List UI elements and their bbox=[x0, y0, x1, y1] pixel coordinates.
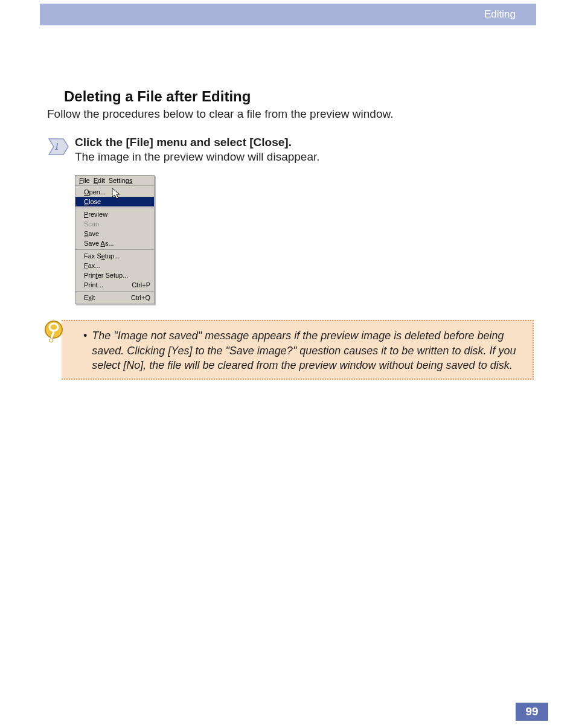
svg-text:1: 1 bbox=[54, 141, 59, 152]
shortcut-exit: Ctrl+Q bbox=[131, 293, 150, 302]
page-number: 99 bbox=[516, 703, 548, 721]
menu-item-fax-setup[interactable]: Fax Setup... bbox=[75, 251, 154, 261]
file-menu-screenshot: File Edit Settings Open... Close bbox=[75, 164, 155, 304]
menu-item-fax[interactable]: Fax... bbox=[75, 261, 154, 270]
menubar-file[interactable]: File bbox=[79, 177, 90, 184]
menu-item-close[interactable]: Close bbox=[75, 197, 154, 206]
tip-note: • The "Image not saved" message appears … bbox=[42, 320, 534, 380]
step-1: 1 Click the [File] menu and select [Clos… bbox=[42, 135, 534, 304]
menu-item-open[interactable]: Open... bbox=[75, 187, 154, 197]
menu-item-scan: Scan bbox=[75, 219, 154, 229]
menubar-edit[interactable]: Edit bbox=[94, 177, 105, 184]
menu-item-preview[interactable]: Preview bbox=[75, 209, 154, 219]
header-accent bbox=[40, 4, 107, 25]
section-heading: Deleting a File after Editing bbox=[64, 88, 534, 105]
step-number-icon: 1 bbox=[42, 135, 75, 157]
step-title: Click the [File] menu and select [Close]… bbox=[75, 135, 534, 150]
shortcut-print: Ctrl+P bbox=[132, 281, 150, 289]
page-header: Editing bbox=[0, 4, 576, 25]
svg-point-5 bbox=[50, 339, 53, 342]
menu-item-print[interactable]: Print... Ctrl+P bbox=[75, 280, 154, 290]
bullet-icon: • bbox=[83, 328, 87, 372]
menu-item-printer-setup[interactable]: Printer Setup... bbox=[75, 270, 154, 280]
menubar-settings[interactable]: Settings bbox=[109, 177, 133, 184]
tip-text: The "Image not saved" message appears if… bbox=[92, 328, 518, 372]
step-description: The image in the preview window will dis… bbox=[75, 150, 534, 165]
header-section-label: Editing bbox=[107, 4, 536, 25]
menu-item-exit[interactable]: Exit Ctrl+Q bbox=[75, 293, 154, 302]
menu-item-save[interactable]: Save bbox=[75, 229, 154, 238]
section-intro: Follow the procedures below to clear a f… bbox=[47, 107, 534, 121]
tip-icon bbox=[42, 320, 65, 344]
tip-box: • The "Image not saved" message appears … bbox=[62, 320, 534, 380]
menubar: File Edit Settings bbox=[75, 176, 154, 186]
header-section-text: Editing bbox=[484, 8, 516, 21]
menu-item-save-as[interactable]: Save As... bbox=[75, 238, 154, 248]
